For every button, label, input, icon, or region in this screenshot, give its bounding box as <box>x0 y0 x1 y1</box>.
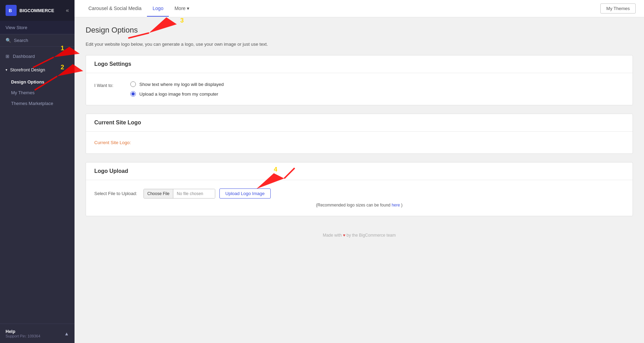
logo-settings-body: I Want to: Show text where my logo will … <box>86 73 633 105</box>
logo-settings-row: I Want to: Show text where my logo will … <box>94 81 624 97</box>
logo-upload-section: Logo Upload Select File to Upload: Choos… <box>86 162 633 216</box>
radio-text-logo[interactable] <box>130 81 136 87</box>
sidebar-support-pin: Support Pin: 109364 <box>6 334 40 338</box>
logo-settings-section: Logo Settings I Want to: Show text where… <box>86 55 633 105</box>
chevron-down-icon: ▾ <box>187 6 189 11</box>
sidebar-search-label: Search <box>14 38 28 43</box>
sidebar-collapse-button[interactable]: « <box>66 7 69 14</box>
radio-option-image-logo[interactable]: Upload a logo image from my computer <box>130 91 224 97</box>
logo-settings-header: Logo Settings <box>86 55 633 73</box>
sidebar-item-my-themes-label: My Themes <box>11 90 35 95</box>
sidebar-item-my-themes[interactable]: My Themes <box>0 87 75 98</box>
main-content: Carousel & Social Media Logo More ▾ My T… <box>75 0 644 343</box>
sidebar-footer-expand-button[interactable]: ▲ <box>64 331 69 336</box>
sidebar: B BIGCOMMERCE « View Store 🔍 Search ⊞ Da… <box>0 0 75 343</box>
bc-logo-text: BIGCOMMERCE <box>19 8 54 13</box>
tab-carousel-social-media[interactable]: Carousel & Social Media <box>83 1 147 17</box>
sidebar-storefront-design-toggle[interactable]: ▾ Storefront Design <box>0 63 75 77</box>
upload-hint-text: (Recommended logo sizes can be found <box>316 203 391 208</box>
footer-text: Made with <box>323 233 342 238</box>
radio-image-logo[interactable] <box>130 91 136 97</box>
current-site-logo-header: Current Site Logo <box>86 114 633 132</box>
logo-upload-header: Logo Upload <box>86 162 633 180</box>
logo-upload-row: Select File to Upload: Choose File No fi… <box>94 188 624 199</box>
current-logo-label: Current Site Logo: <box>94 140 131 145</box>
svg-text:B: B <box>9 8 12 13</box>
tab-more[interactable]: More ▾ <box>169 1 195 17</box>
footer-suffix: by the BigCommerce team <box>347 233 396 238</box>
file-name-display: No file chosen <box>173 189 215 198</box>
view-store-link[interactable]: View Store <box>6 25 27 30</box>
upload-hint-link[interactable]: here <box>392 203 400 208</box>
select-file-label: Select File to Upload: <box>94 191 139 196</box>
sidebar-footer: Help Support Pin: 109364 ▲ <box>0 324 75 343</box>
page-description: Edit your website logo below, you can ge… <box>86 42 633 47</box>
current-logo-row: Current Site Logo: <box>94 140 624 145</box>
sidebar-item-themes-marketplace-label: Themes Marketplace <box>11 101 53 106</box>
sidebar-search-container[interactable]: 🔍 Search <box>0 34 75 47</box>
sidebar-item-dashboard[interactable]: ⊞ Dashboard <box>0 50 75 63</box>
logo-radio-group: Show text where my logo will be displaye… <box>130 81 224 97</box>
header-tabs: Carousel & Social Media Logo More ▾ My T… <box>75 0 644 17</box>
tab-more-label: More <box>174 6 185 11</box>
sidebar-item-design-options[interactable]: Design Options <box>0 77 75 87</box>
sidebar-help-label: Help <box>6 329 40 334</box>
upload-hint: (Recommended logo sizes can be found her… <box>94 203 624 208</box>
dashboard-icon: ⊞ <box>6 54 9 59</box>
radio-image-logo-label: Upload a logo image from my computer <box>139 91 218 97</box>
upload-logo-image-button[interactable]: Upload Logo Image <box>219 188 270 199</box>
page-title: Design Options <box>86 26 633 35</box>
my-themes-button[interactable]: My Themes <box>600 3 636 14</box>
search-icon: 🔍 <box>6 38 11 43</box>
sidebar-item-dashboard-label: Dashboard <box>13 54 35 59</box>
upload-hint-close: ) <box>401 203 402 208</box>
choose-file-button[interactable]: Choose File <box>144 189 173 198</box>
sidebar-help-section: Help Support Pin: 109364 <box>6 329 40 338</box>
view-store-link-container: View Store <box>0 21 75 34</box>
sidebar-header: B BIGCOMMERCE « <box>0 0 75 21</box>
sidebar-storefront-design-label: Storefront Design <box>10 67 45 72</box>
bigcommerce-logo: B BIGCOMMERCE <box>6 5 54 16</box>
current-site-logo-section: Current Site Logo Current Site Logo: <box>86 114 633 154</box>
current-site-logo-body: Current Site Logo: <box>86 132 633 153</box>
radio-option-text-logo[interactable]: Show text where my logo will be displaye… <box>130 81 224 87</box>
tab-logo[interactable]: Logo <box>147 1 169 17</box>
page-content-area: Design Options Edit your website logo be… <box>75 17 644 343</box>
bc-logo-icon: B <box>6 5 17 16</box>
sidebar-item-themes-marketplace[interactable]: Themes Marketplace <box>0 98 75 109</box>
sidebar-nav: ⊞ Dashboard ▾ Storefront Design Design O… <box>0 47 75 324</box>
sidebar-item-design-options-label: Design Options <box>11 79 44 85</box>
page-footer: Made with ♥ by the BigCommerce team <box>86 225 633 246</box>
radio-text-logo-label: Show text where my logo will be displaye… <box>139 82 224 87</box>
header-right: My Themes <box>600 3 636 14</box>
file-input-wrapper: Choose File No file chosen <box>143 189 215 199</box>
sidebar-search[interactable]: 🔍 Search <box>6 38 69 43</box>
footer-heart: ♥ <box>343 233 345 238</box>
logo-upload-body: Select File to Upload: Choose File No fi… <box>86 180 633 216</box>
chevron-down-icon: ▾ <box>6 68 7 72</box>
sidebar-storefront-subnav: Design Options My Themes Themes Marketpl… <box>0 77 75 109</box>
i-want-to-label: I Want to: <box>94 81 122 88</box>
